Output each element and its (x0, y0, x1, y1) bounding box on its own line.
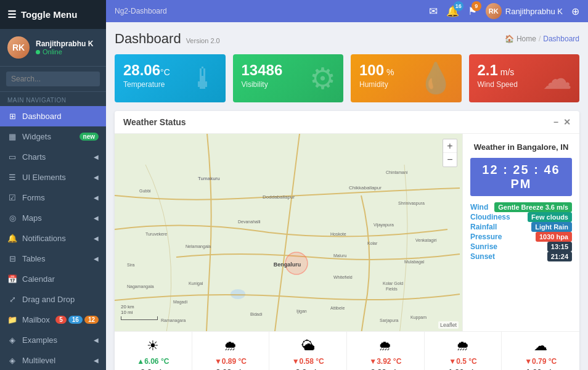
forecast-item-5: ☁ ▼0.79 °C 1.96m/s CLOUDY (502, 332, 579, 370)
sidebar-profile-info: Ranjithprabhu K Online (36, 39, 93, 56)
hamburger-icon: ☰ (7, 9, 16, 20)
forms-nav-icon: ☑ (7, 193, 17, 202)
forecast-wind-3: 2.33m/s (370, 368, 400, 370)
svg-text:Kuppam: Kuppam (410, 315, 427, 320)
multilevel-nav-icon: ◈ (7, 356, 17, 365)
tables-arrow-icon: ◀ (94, 255, 99, 262)
sidebar-item-mailbox[interactable]: 📁 Mailbox51612 (0, 310, 106, 330)
sidebar-header[interactable]: ☰ Toggle Menu (0, 0, 106, 29)
sidebar-item-ui[interactable]: ☰ UI Elements◀ (0, 167, 106, 187)
sidebar-item-label: Maps (22, 213, 42, 223)
page-title: Dashboard (115, 31, 181, 47)
breadcrumb-current: Dashboard (543, 35, 579, 43)
weather-row-label: Sunrise (470, 242, 497, 251)
zoom-in-button[interactable]: + (443, 139, 457, 153)
weather-row-label: Sunset (470, 252, 495, 261)
svg-text:Chintamani: Chintamani (386, 170, 408, 175)
forecast-item-0: ☀ ▲6.06 °C 2.3m/s CLEAR SKY (115, 332, 192, 370)
weather-rows: Wind Gentle Breeze 3.6 m/s Cloudiness Fe… (470, 202, 572, 261)
svg-text:Attibele: Attibele (330, 306, 345, 310)
charts-arrow-icon: ◀ (94, 154, 99, 160)
breadcrumb: 🏠 Home / Dashboard (505, 35, 579, 43)
sidebar-item-label: Examples (22, 335, 57, 345)
stat-cards: 28.06°C Temperature 🌡 13486 Visibility ⚙… (115, 54, 579, 102)
sidebar-title: Toggle Menu (21, 9, 77, 20)
svg-text:Gubbi: Gubbi (139, 189, 151, 193)
bell-icon[interactable]: 🔔16 (446, 5, 459, 18)
search-input[interactable] (6, 72, 100, 86)
stat-card-temperature: 28.06°C Temperature 🌡 (115, 54, 226, 102)
stat-icon-temperature: 🌡 (189, 62, 218, 96)
svg-text:Whitefield: Whitefield (333, 275, 353, 279)
weather-panel: Weather Status − ✕ (115, 111, 579, 370)
nav-section-label: MAIN NAVIGATION (0, 92, 106, 106)
sidebar-search[interactable] (0, 67, 106, 92)
mail-icon[interactable]: ✉ (429, 5, 438, 18)
weather-panel-title: Weather Status (123, 117, 186, 127)
sidebar-item-label: Charts (22, 152, 46, 162)
dashboard-nav-icon: ⊞ (7, 112, 17, 121)
sidebar-item-dragdrop[interactable]: ⤢ Drag and Drop (0, 289, 106, 310)
mailbox-nav-icon: 📁 (7, 315, 17, 324)
weather-row-label: Rainfall (470, 223, 497, 231)
weather-row-label: Cloudiness (470, 213, 510, 221)
map-attribution: Leaflet (438, 321, 459, 329)
dragdrop-nav-icon: ⤢ (7, 295, 17, 304)
nav-items: ⊞ Dashboard▦ Widgetsnew▭ Charts◀☰ UI Ele… (0, 106, 106, 370)
forecast-temp-0: ▲6.06 °C (137, 357, 169, 366)
sidebar-item-label: Notifications (22, 234, 66, 243)
sidebar-item-dashboard[interactable]: ⊞ Dashboard (0, 106, 106, 126)
sidebar-item-charts[interactable]: ▭ Charts◀ (0, 147, 106, 167)
weather-badge: Gentle Breeze 3.6 m/s (494, 202, 572, 212)
weather-row-rainfall: Rainfall Light Rain (470, 222, 572, 232)
svg-text:Kunigal: Kunigal (189, 281, 203, 286)
minimize-icon[interactable]: − (553, 117, 558, 127)
flag-icon[interactable]: ⚑9 (468, 5, 477, 18)
sidebar-item-forms[interactable]: ☑ Forms◀ (0, 187, 106, 208)
sidebar-item-label: Mailbox (22, 315, 50, 324)
topbar: Ng2-Dashboard ✉ 🔔16 ⚑9 RK Ranjithprabhu … (106, 0, 588, 22)
sidebar-item-multilevel[interactable]: ◈ Multilevel◀ (0, 350, 106, 370)
topbar-avatar: RK (486, 3, 502, 19)
sidebar-item-maps[interactable]: ◎ Maps◀ (0, 208, 106, 228)
stat-icon-visibility: ⚙ (309, 61, 336, 96)
sidebar-item-label: Calendar (22, 274, 55, 284)
svg-text:Magadi: Magadi (173, 300, 187, 305)
sidebar-item-tables[interactable]: ⊟ Tables◀ (0, 249, 106, 269)
weather-time: 12 : 25 : 46 PM (470, 158, 572, 196)
sidebar-item-calendar[interactable]: 📅 Calendar (0, 269, 106, 289)
forecast-temp-3: ▼3.92 °C (369, 357, 401, 366)
forecast-wind-2: 2.3m/s (295, 368, 320, 370)
forecast-icon-3: 🌧 (378, 338, 392, 354)
sidebar-item-label: Multilevel (22, 356, 55, 365)
forecast-icon-5: ☁ (534, 338, 547, 354)
svg-text:Bidadi: Bidadi (250, 312, 263, 316)
sidebar-item-examples[interactable]: ◈ Examples◀ (0, 330, 106, 350)
share-icon[interactable]: ⊕ (571, 6, 579, 17)
forecast-icon-4: 🌧 (456, 338, 470, 354)
svg-text:Turuvekere: Turuvekere (145, 232, 167, 236)
home-icon: 🏠 (505, 35, 514, 43)
page-version: Version 2.0 (186, 37, 220, 44)
svg-text:Nagamangala: Nagamangala (127, 284, 154, 289)
topbar-actions: ✉ 🔔16 ⚑9 RK Ranjithprabhu K ⊕ (429, 3, 579, 19)
ui-nav-icon: ☰ (7, 173, 17, 182)
breadcrumb-home[interactable]: Home (517, 35, 536, 43)
forecast-item-2: 🌥 ▼0.58 °C 2.3m/s FEW CLOUDS (269, 332, 347, 370)
sidebar-item-notify[interactable]: 🔔 Notifications◀ (0, 228, 106, 249)
forecast-temp-5: ▼0.79 °C (525, 357, 557, 366)
sidebar: ☰ Toggle Menu RK Ranjithprabhu K Online … (0, 0, 106, 370)
zoom-out-button[interactable]: − (443, 153, 457, 166)
svg-text:Hoskote: Hoskote (330, 232, 346, 236)
forecast-item-1: 🌧 ▼0.89 °C 3.08m/s LIGHT RAIN (192, 332, 270, 370)
forecast-item-4: 🌧 ▼0.5 °C 1.36m/s RAINY (425, 332, 502, 370)
svg-text:Ijigan: Ijigan (296, 309, 307, 314)
sidebar-item-label: Widgets (22, 132, 51, 141)
weather-badge: 13:15 (547, 242, 572, 252)
forms-arrow-icon: ◀ (94, 194, 99, 201)
weather-row-sunrise: Sunrise 13:15 (470, 242, 572, 252)
close-icon[interactable]: ✕ (563, 117, 571, 127)
mailbox-badge-0: 5 (55, 316, 67, 324)
sidebar-item-widgets[interactable]: ▦ Widgetsnew (0, 126, 106, 147)
topbar-user[interactable]: RK Ranjithprabhu K (486, 3, 563, 19)
